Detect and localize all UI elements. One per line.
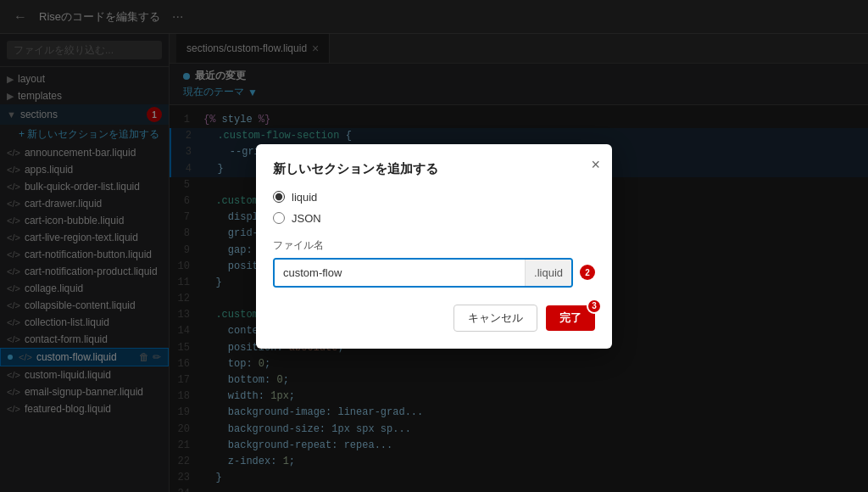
modal-close-button[interactable]: × [591,156,600,174]
confirm-label: 完了 [559,311,581,324]
modal-actions: キャンセル 完了 3 [273,305,595,332]
radio-json[interactable]: JSON [273,212,595,225]
file-type-group: liquid JSON [273,191,595,225]
file-label: ファイル名 [273,238,595,253]
filename-input-row: .liquid [273,258,573,288]
annotation-badge-3: 3 [587,299,602,314]
file-suffix: .liquid [525,260,571,286]
filename-input[interactable] [275,260,525,286]
radio-liquid-label: liquid [292,191,317,204]
radio-json-label: JSON [292,212,321,225]
add-section-modal: 新しいセクションを追加する × liquid JSON ファイル名 .liqui… [256,144,612,349]
radio-json-input[interactable] [273,212,285,224]
modal-title: 新しいセクションを追加する [273,161,595,177]
annotation-badge-2: 2 [580,265,595,280]
cancel-button[interactable]: キャンセル [453,305,537,332]
radio-liquid-input[interactable] [273,191,285,203]
confirm-button[interactable]: 完了 3 [546,305,595,331]
modal-overlay[interactable]: 新しいセクションを追加する × liquid JSON ファイル名 .liqui… [0,0,868,492]
radio-liquid[interactable]: liquid [273,191,595,204]
